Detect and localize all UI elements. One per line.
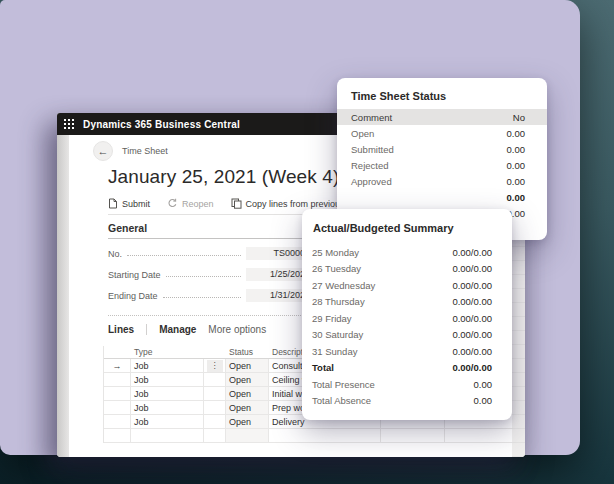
menu-cell xyxy=(204,387,226,401)
summary-row-saturday: 30 Saturday 0.00/0.00 xyxy=(302,327,512,344)
menu-cell xyxy=(204,373,226,387)
status-card-title: Time Sheet Status xyxy=(351,90,533,102)
tab-separator xyxy=(146,324,147,335)
field-label: Starting Date xyxy=(108,270,161,281)
reopen-button[interactable]: Reopen xyxy=(167,198,214,209)
field-no: No. TS00001 xyxy=(108,247,314,260)
field-starting-date: Starting Date 1/25/2021 xyxy=(108,268,314,281)
breadcrumb-label: Time Sheet xyxy=(122,146,168,156)
status-row-submitted: Submitted 0.00 xyxy=(337,141,547,157)
row-marker xyxy=(104,387,131,401)
tab-manage[interactable]: Manage xyxy=(159,324,196,335)
status-cell[interactable]: Open xyxy=(226,415,269,429)
summary-row-thursday: 28 Thursday 0.00/0.00 xyxy=(302,294,512,311)
status-row-total: 0.00 xyxy=(337,189,547,205)
menu-cell xyxy=(204,415,226,429)
app-title: Dynamics 365 Business Central xyxy=(83,119,240,130)
field-label: No. xyxy=(108,249,122,260)
status-row-comment: Comment No xyxy=(337,109,547,125)
status-row-approved: Approved 0.00 xyxy=(337,173,547,189)
empty-cell xyxy=(381,429,445,443)
type-column-header[interactable]: Type xyxy=(131,346,204,359)
menu-cell: ⋮ xyxy=(204,359,226,373)
selector-header xyxy=(104,346,131,359)
type-cell[interactable]: Job xyxy=(131,359,204,373)
empty-cell xyxy=(226,429,269,443)
tab-lines[interactable]: Lines xyxy=(108,324,134,335)
field-ending-date: Ending Date 1/31/2021 xyxy=(108,289,314,302)
empty-cell xyxy=(269,429,381,443)
summary-row-total-presence: Total Presence 0.00 xyxy=(302,376,512,393)
type-cell[interactable]: Job xyxy=(131,415,204,429)
submit-icon xyxy=(108,198,118,209)
table-row-empty xyxy=(104,429,512,443)
status-cell[interactable]: Open xyxy=(226,401,269,415)
status-column-header[interactable]: Status xyxy=(226,346,269,359)
summary-row-sunday: 31 Sunday 0.00/0.00 xyxy=(302,343,512,360)
status-row-rejected: Rejected 0.00 xyxy=(337,157,547,173)
field-label: Ending Date xyxy=(108,291,158,302)
row-marker xyxy=(104,415,131,429)
summary-row-total-absence: Total Absence 0.00 xyxy=(302,393,512,410)
general-fields: No. TS00001 Starting Date 1/25/2021 Endi… xyxy=(108,247,314,302)
status-row-open: Open 0.00 xyxy=(337,125,547,141)
app-launcher-icon[interactable] xyxy=(64,119,74,129)
status-cell[interactable]: Open xyxy=(226,359,269,373)
menu-column-header xyxy=(204,346,226,359)
row-marker xyxy=(104,401,131,415)
dotted-leader xyxy=(163,297,241,298)
type-cell[interactable]: Job xyxy=(131,401,204,415)
type-cell[interactable]: Job xyxy=(131,373,204,387)
status-cell[interactable]: Open xyxy=(226,373,269,387)
row-ellipsis-button[interactable]: ⋮ xyxy=(207,360,223,372)
row-marker: → xyxy=(104,359,131,373)
dotted-leader xyxy=(166,276,241,277)
actual-budgeted-summary-card: Actual/Budgeted Summary 25 Monday 0.00/0… xyxy=(302,209,512,420)
menu-cell xyxy=(204,401,226,415)
row-marker xyxy=(104,429,131,443)
row-marker xyxy=(104,373,131,387)
type-cell[interactable]: Job xyxy=(131,387,204,401)
tab-more-options[interactable]: More options xyxy=(208,324,266,335)
copy-icon xyxy=(231,198,242,209)
dotted-leader xyxy=(127,255,241,256)
back-arrow-icon[interactable]: ← xyxy=(93,141,113,161)
status-cell[interactable]: Open xyxy=(226,387,269,401)
summary-row-wednesday: 27 Wednesday 0.00/0.00 xyxy=(302,277,512,294)
summary-row-monday: 25 Monday 0.00/0.00 xyxy=(302,244,512,261)
summary-row-tuesday: 26 Tuesday 0.00/0.00 xyxy=(302,261,512,278)
submit-button[interactable]: Submit xyxy=(108,198,150,209)
empty-cell xyxy=(445,429,513,443)
summary-row-friday: 29 Friday 0.00/0.00 xyxy=(302,310,512,327)
reopen-icon xyxy=(167,198,178,209)
empty-cell xyxy=(131,429,204,443)
summary-card-title: Actual/Budgeted Summary xyxy=(313,222,501,234)
empty-cell xyxy=(204,429,226,443)
summary-row-total: Total 0.00/0.00 xyxy=(302,360,512,377)
